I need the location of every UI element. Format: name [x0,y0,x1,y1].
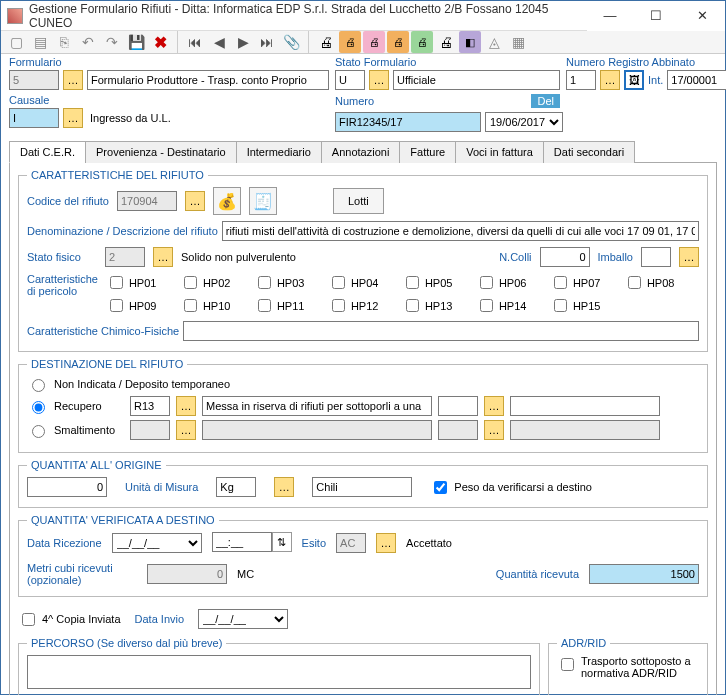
print-orange2-icon[interactable]: 🖨 [387,31,409,53]
lookup-smaltimento-icon[interactable]: … [176,420,196,440]
numero-input[interactable] [335,112,481,132]
codice-rifiuto-input[interactable] [117,191,177,211]
recupero-code[interactable] [130,396,170,416]
hp07[interactable]: HP07 [550,273,610,292]
hp06[interactable]: HP06 [476,273,536,292]
new-icon[interactable]: ▢ [5,31,27,53]
last-icon[interactable]: ⏭ [256,31,278,53]
int-val[interactable] [667,70,726,90]
lookup-registro-icon[interactable]: … [600,70,620,90]
hp02[interactable]: HP02 [180,273,240,292]
radio-recupero[interactable] [32,401,45,414]
tab-provenienza[interactable]: Provenienza - Destinatario [85,141,237,163]
print2-icon[interactable]: 🖨 [435,31,457,53]
invio-date[interactable]: __/__/__ [198,609,288,629]
next-icon[interactable]: ▶ [232,31,254,53]
close-button[interactable]: ✕ [679,1,725,31]
hp04[interactable]: HP04 [328,273,388,292]
data-ricezione-time[interactable] [212,532,272,552]
adr-check[interactable] [561,658,574,671]
open-icon[interactable]: ▤ [29,31,51,53]
tab-voci[interactable]: Voci in fattura [455,141,544,163]
hp15[interactable]: HP15 [550,296,610,315]
lookup-causale-icon[interactable]: … [63,108,83,128]
extra2-icon[interactable]: ▦ [507,31,529,53]
causale-code[interactable] [9,108,59,128]
lookup-stato-fisico-icon[interactable]: … [153,247,173,267]
recupero-extra-code[interactable] [438,396,478,416]
lookup-imballo-icon[interactable]: … [679,247,699,267]
attach-icon[interactable]: 📎 [280,31,302,53]
peso-check-row[interactable]: Peso da verificarsi a destino [430,478,592,497]
lookup-formulario-icon[interactable]: … [63,70,83,90]
tab-intermediario[interactable]: Intermediario [236,141,322,163]
denom-input[interactable] [222,221,699,241]
recupero-desc[interactable] [202,396,432,416]
first-icon[interactable]: ⏮ [184,31,206,53]
hp10[interactable]: HP10 [180,296,240,315]
smaltimento-code[interactable] [130,420,170,440]
esito-code[interactable] [336,533,366,553]
um-desc[interactable] [312,477,412,497]
lookup-recupero2-icon[interactable]: … [484,396,504,416]
stato-code[interactable] [335,70,365,90]
hp08[interactable]: HP08 [624,273,684,292]
imballo-input[interactable] [641,247,671,267]
adr-check-row[interactable]: Trasporto sottoposto a normativa ADR/RID [557,655,699,679]
smaltimento-extra-desc[interactable] [510,420,660,440]
data-ricezione-date[interactable]: __/__/__ [112,533,202,553]
hp11[interactable]: HP11 [254,296,314,315]
delete-icon[interactable]: ✖ [149,31,171,53]
lookup-recupero-icon[interactable]: … [176,396,196,416]
stato-desc[interactable] [393,70,560,90]
smaltimento-extra-code[interactable] [438,420,478,440]
tab-fatture[interactable]: Fatture [399,141,456,163]
radio-smaltimento[interactable] [32,425,45,438]
registro-view-icon[interactable]: 🖼 [624,70,644,90]
save-icon[interactable]: 💾 [125,31,147,53]
recupero-extra-desc[interactable] [510,396,660,416]
copia-check-row[interactable]: 4^ Copia Inviata [18,610,121,629]
formulario-desc[interactable] [87,70,329,90]
numero-date[interactable]: 19/06/2017 [485,112,563,132]
hp03[interactable]: HP03 [254,273,314,292]
print-purple-icon[interactable]: ◧ [459,31,481,53]
undo-icon[interactable]: ↶ [77,31,99,53]
lotti-button[interactable]: Lotti [333,188,384,214]
um-code[interactable] [216,477,256,497]
lookup-stato-icon[interactable]: … [369,70,389,90]
lookup-smaltimento2-icon[interactable]: … [484,420,504,440]
prev-icon[interactable]: ◀ [208,31,230,53]
hp14[interactable]: HP14 [476,296,536,315]
hp01[interactable]: HP01 [106,273,166,292]
tab-annotazioni[interactable]: Annotazioni [321,141,401,163]
hp12[interactable]: HP12 [328,296,388,315]
tab-dati-cer[interactable]: Dati C.E.R. [9,141,86,163]
copia-check[interactable] [22,613,35,626]
print1-icon[interactable]: 🖨 [315,31,337,53]
time-spinner-icon[interactable]: ⇅ [272,532,292,552]
hp13[interactable]: HP13 [402,296,462,315]
print-green-icon[interactable]: 🖨 [411,31,433,53]
tab-secondari[interactable]: Dati secondari [543,141,635,163]
smaltimento-desc[interactable] [202,420,432,440]
percorso-textarea[interactable] [27,655,531,689]
chimico-input[interactable] [183,321,699,341]
extra1-icon[interactable]: ◬ [483,31,505,53]
mc-input[interactable] [147,564,227,584]
formulario-num[interactable] [9,70,59,90]
bag1-icon[interactable]: 💰 [213,187,241,215]
minimize-button[interactable]: — [587,1,633,31]
hp09[interactable]: HP09 [106,296,166,315]
peso-check[interactable] [434,481,447,494]
lookup-um-icon[interactable]: … [274,477,294,497]
copy-icon[interactable]: ⎘ [53,31,75,53]
print-pink-icon[interactable]: 🖨 [363,31,385,53]
maximize-button[interactable]: ☐ [633,1,679,31]
radio-non-indicata[interactable] [32,379,45,392]
qric-input[interactable] [589,564,699,584]
stato-fisico-code[interactable] [105,247,145,267]
qorigine-input[interactable] [27,477,107,497]
hp05[interactable]: HP05 [402,273,462,292]
registro-num[interactable] [566,70,596,90]
